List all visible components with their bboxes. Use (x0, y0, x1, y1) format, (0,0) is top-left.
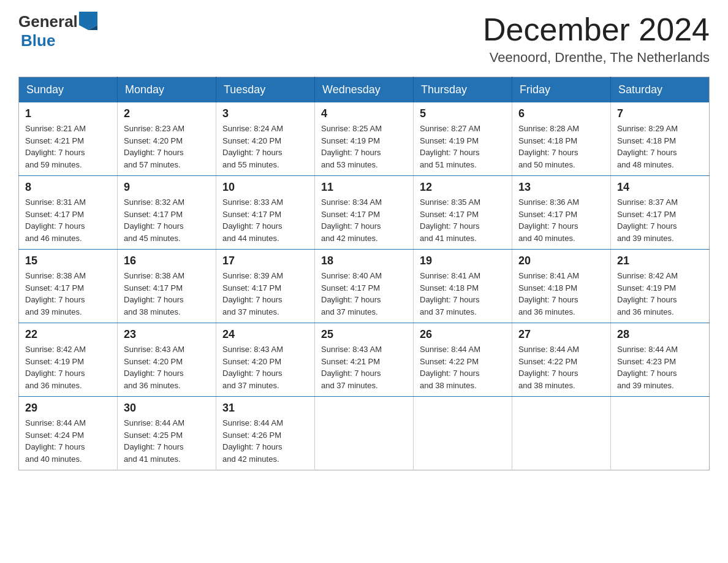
day-number: 27 (518, 328, 604, 341)
logo: General Blue (18, 12, 99, 50)
page-header: General Blue December 2024 Veenoord, Dre… (18, 12, 710, 66)
calendar-cell: 26 Sunrise: 8:44 AM Sunset: 4:22 PM Dayl… (414, 323, 512, 397)
day-number: 1 (25, 107, 111, 120)
day-info: Sunrise: 8:21 AM Sunset: 4:21 PM Dayligh… (25, 123, 111, 170)
day-number: 19 (420, 255, 506, 267)
day-number: 31 (222, 402, 308, 415)
calendar-cell: 17 Sunrise: 8:39 AM Sunset: 4:17 PM Dayl… (216, 250, 315, 323)
calendar-cell: 25 Sunrise: 8:43 AM Sunset: 4:21 PM Dayl… (315, 323, 414, 397)
weekday-header-sunday: Sunday (19, 77, 118, 103)
calendar-cell: 29 Sunrise: 8:44 AM Sunset: 4:24 PM Dayl… (19, 397, 118, 470)
day-number: 2 (124, 107, 210, 120)
day-info: Sunrise: 8:27 AM Sunset: 4:19 PM Dayligh… (420, 123, 506, 170)
calendar-cell: 10 Sunrise: 8:33 AM Sunset: 4:17 PM Dayl… (216, 176, 315, 250)
calendar-cell: 21 Sunrise: 8:42 AM Sunset: 4:19 PM Dayl… (611, 250, 710, 323)
calendar-cell: 11 Sunrise: 8:34 AM Sunset: 4:17 PM Dayl… (315, 176, 414, 250)
day-number: 26 (420, 328, 506, 341)
day-number: 6 (518, 107, 604, 120)
day-info: Sunrise: 8:34 AM Sunset: 4:17 PM Dayligh… (321, 196, 407, 244)
calendar-cell (414, 397, 512, 470)
day-info: Sunrise: 8:43 AM Sunset: 4:21 PM Dayligh… (321, 343, 407, 391)
calendar-cell (611, 397, 710, 470)
calendar-week-row: 8 Sunrise: 8:31 AM Sunset: 4:17 PM Dayli… (19, 176, 710, 250)
day-info: Sunrise: 8:44 AM Sunset: 4:25 PM Dayligh… (124, 417, 210, 465)
calendar-table: SundayMondayTuesdayWednesdayThursdayFrid… (18, 77, 710, 470)
day-info: Sunrise: 8:25 AM Sunset: 4:19 PM Dayligh… (321, 123, 407, 170)
day-number: 4 (321, 107, 407, 120)
weekday-header-row: SundayMondayTuesdayWednesdayThursdayFrid… (19, 77, 710, 103)
day-number: 11 (321, 181, 407, 194)
day-number: 3 (222, 107, 308, 120)
weekday-header-tuesday: Tuesday (216, 77, 315, 103)
calendar-cell: 20 Sunrise: 8:41 AM Sunset: 4:18 PM Dayl… (512, 250, 611, 323)
day-info: Sunrise: 8:38 AM Sunset: 4:17 PM Dayligh… (25, 270, 111, 318)
day-info: Sunrise: 8:41 AM Sunset: 4:18 PM Dayligh… (420, 270, 506, 318)
day-info: Sunrise: 8:44 AM Sunset: 4:26 PM Dayligh… (222, 417, 308, 465)
day-info: Sunrise: 8:33 AM Sunset: 4:17 PM Dayligh… (222, 196, 308, 244)
day-info: Sunrise: 8:24 AM Sunset: 4:20 PM Dayligh… (222, 123, 308, 170)
day-info: Sunrise: 8:43 AM Sunset: 4:20 PM Dayligh… (124, 343, 210, 391)
calendar-cell: 22 Sunrise: 8:42 AM Sunset: 4:19 PM Dayl… (19, 323, 118, 397)
calendar-cell: 3 Sunrise: 8:24 AM Sunset: 4:20 PM Dayli… (216, 102, 315, 176)
calendar-cell: 23 Sunrise: 8:43 AM Sunset: 4:20 PM Dayl… (118, 323, 216, 397)
calendar-cell: 15 Sunrise: 8:38 AM Sunset: 4:17 PM Dayl… (19, 250, 118, 323)
calendar-cell: 28 Sunrise: 8:44 AM Sunset: 4:23 PM Dayl… (611, 323, 710, 397)
calendar-cell: 8 Sunrise: 8:31 AM Sunset: 4:17 PM Dayli… (19, 176, 118, 250)
day-info: Sunrise: 8:40 AM Sunset: 4:17 PM Dayligh… (321, 270, 407, 318)
day-number: 16 (124, 255, 210, 267)
day-number: 28 (617, 328, 703, 341)
calendar-week-row: 22 Sunrise: 8:42 AM Sunset: 4:19 PM Dayl… (19, 323, 710, 397)
location-title: Veenoord, Drenthe, The Netherlands (483, 50, 710, 66)
day-number: 29 (25, 402, 111, 415)
calendar-cell: 16 Sunrise: 8:38 AM Sunset: 4:17 PM Dayl… (118, 250, 216, 323)
calendar-cell: 9 Sunrise: 8:32 AM Sunset: 4:17 PM Dayli… (118, 176, 216, 250)
day-number: 20 (518, 255, 604, 267)
day-info: Sunrise: 8:42 AM Sunset: 4:19 PM Dayligh… (617, 270, 703, 318)
day-info: Sunrise: 8:41 AM Sunset: 4:18 PM Dayligh… (518, 270, 604, 318)
day-number: 18 (321, 255, 407, 267)
weekday-header-thursday: Thursday (414, 77, 512, 103)
weekday-header-monday: Monday (118, 77, 216, 103)
day-info: Sunrise: 8:29 AM Sunset: 4:18 PM Dayligh… (617, 123, 703, 170)
month-title: December 2024 (483, 12, 710, 47)
day-number: 30 (124, 402, 210, 415)
day-number: 23 (124, 328, 210, 341)
day-info: Sunrise: 8:44 AM Sunset: 4:24 PM Dayligh… (25, 417, 111, 465)
day-info: Sunrise: 8:38 AM Sunset: 4:17 PM Dayligh… (124, 270, 210, 318)
calendar-cell: 12 Sunrise: 8:35 AM Sunset: 4:17 PM Dayl… (414, 176, 512, 250)
calendar-cell: 1 Sunrise: 8:21 AM Sunset: 4:21 PM Dayli… (19, 102, 118, 176)
calendar-cell: 27 Sunrise: 8:44 AM Sunset: 4:22 PM Dayl… (512, 323, 611, 397)
weekday-header-saturday: Saturday (611, 77, 710, 103)
calendar-cell: 30 Sunrise: 8:44 AM Sunset: 4:25 PM Dayl… (118, 397, 216, 470)
day-number: 12 (420, 181, 506, 194)
calendar-cell: 19 Sunrise: 8:41 AM Sunset: 4:18 PM Dayl… (414, 250, 512, 323)
title-section: December 2024 Veenoord, Drenthe, The Net… (483, 12, 710, 66)
day-number: 5 (420, 107, 506, 120)
weekday-header-wednesday: Wednesday (315, 77, 414, 103)
calendar-cell: 14 Sunrise: 8:37 AM Sunset: 4:17 PM Dayl… (611, 176, 710, 250)
day-number: 8 (25, 181, 111, 194)
day-info: Sunrise: 8:44 AM Sunset: 4:23 PM Dayligh… (617, 343, 703, 391)
calendar-cell: 6 Sunrise: 8:28 AM Sunset: 4:18 PM Dayli… (512, 102, 611, 176)
calendar-cell: 5 Sunrise: 8:27 AM Sunset: 4:19 PM Dayli… (414, 102, 512, 176)
calendar-cell (315, 397, 414, 470)
day-number: 13 (518, 181, 604, 194)
day-info: Sunrise: 8:43 AM Sunset: 4:20 PM Dayligh… (222, 343, 308, 391)
day-number: 24 (222, 328, 308, 341)
day-number: 25 (321, 328, 407, 341)
day-number: 15 (25, 255, 111, 267)
calendar-cell: 18 Sunrise: 8:40 AM Sunset: 4:17 PM Dayl… (315, 250, 414, 323)
day-number: 21 (617, 255, 703, 267)
calendar-cell (512, 397, 611, 470)
day-info: Sunrise: 8:44 AM Sunset: 4:22 PM Dayligh… (518, 343, 604, 391)
calendar-cell: 4 Sunrise: 8:25 AM Sunset: 4:19 PM Dayli… (315, 102, 414, 176)
calendar-cell: 31 Sunrise: 8:44 AM Sunset: 4:26 PM Dayl… (216, 397, 315, 470)
calendar-week-row: 15 Sunrise: 8:38 AM Sunset: 4:17 PM Dayl… (19, 250, 710, 323)
calendar-week-row: 29 Sunrise: 8:44 AM Sunset: 4:24 PM Dayl… (19, 397, 710, 470)
weekday-header-friday: Friday (512, 77, 611, 103)
calendar-cell: 24 Sunrise: 8:43 AM Sunset: 4:20 PM Dayl… (216, 323, 315, 397)
day-info: Sunrise: 8:36 AM Sunset: 4:17 PM Dayligh… (518, 196, 604, 244)
logo-blue: Blue (18, 31, 99, 50)
day-info: Sunrise: 8:37 AM Sunset: 4:17 PM Dayligh… (617, 196, 703, 244)
logo-icon (79, 12, 97, 30)
